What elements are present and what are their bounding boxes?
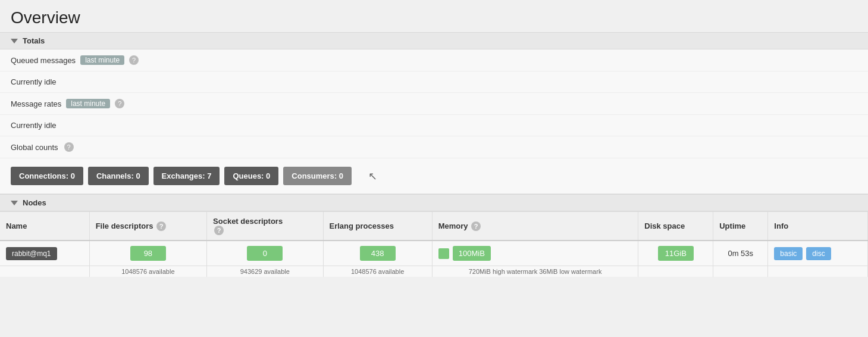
erlang-processes-value: 438 xyxy=(360,246,396,261)
info-badge-disc[interactable]: disc xyxy=(806,247,831,260)
counts-row: Connections: 0 Channels: 0 Exchanges: 7 … xyxy=(0,158,868,194)
nodes-section-header[interactable]: Nodes xyxy=(0,194,868,211)
totals-section-header[interactable]: Totals xyxy=(0,32,868,49)
file-descriptors-help[interactable]: ? xyxy=(156,221,166,231)
socket-descriptors-help[interactable]: ? xyxy=(214,226,224,235)
page-wrapper: Overview Totals Queued messages last min… xyxy=(0,0,868,337)
file-descriptors-value: 98 xyxy=(130,246,166,261)
exchanges-badge[interactable]: Exchanges: 7 xyxy=(153,167,220,185)
nodes-section: Name File descriptors ? Socket descripto… xyxy=(0,211,868,277)
consumers-badge[interactable]: Consumers: 0 xyxy=(283,167,352,185)
queues-badge[interactable]: Queues: 0 xyxy=(224,167,278,185)
erlang-processes-cell: 438 xyxy=(323,241,432,266)
queued-messages-help[interactable]: ? xyxy=(129,55,139,65)
sub-memory: 720MiB high watermark 36MiB low watermar… xyxy=(432,266,638,277)
queued-idle-row: Currently idle xyxy=(0,71,868,93)
global-counts-label: Global counts xyxy=(11,143,58,152)
memory-value: 100MiB xyxy=(453,246,491,261)
disk-space-cell: 11GiB xyxy=(638,241,713,266)
nodes-collapse-icon[interactable] xyxy=(11,201,18,205)
queued-messages-label: Queued messages xyxy=(11,56,76,65)
sub-file-descriptors: 1048576 available xyxy=(89,266,206,277)
global-counts-help[interactable]: ? xyxy=(64,142,74,152)
col-disk-space: Disk space xyxy=(638,212,713,241)
queued-messages-row: Queued messages last minute ? xyxy=(0,49,868,71)
table-sub-row: 1048576 available 943629 available 10485… xyxy=(0,266,868,277)
node-name-badge[interactable]: rabbit@mq1 xyxy=(6,247,57,260)
socket-descriptors-cell: 0 xyxy=(207,241,323,266)
nodes-section-label: Nodes xyxy=(23,198,46,207)
col-name: Name xyxy=(0,212,89,241)
totals-body: Queued messages last minute ? Currently … xyxy=(0,49,868,158)
col-memory: Memory ? xyxy=(432,212,638,241)
col-erlang-processes: Erlang processes xyxy=(323,212,432,241)
global-counts-row: Global counts ? xyxy=(0,136,868,158)
nodes-table-header-row: Name File descriptors ? Socket descripto… xyxy=(0,212,868,241)
totals-section-label: Totals xyxy=(23,36,45,45)
nodes-table: Name File descriptors ? Socket descripto… xyxy=(0,211,868,277)
file-descriptors-cell: 98 xyxy=(89,241,206,266)
col-info: Info xyxy=(768,212,868,241)
queued-messages-pill[interactable]: last minute xyxy=(80,55,124,65)
page-title: Overview xyxy=(0,0,868,32)
sub-erlang-processes: 1048576 available xyxy=(323,266,432,277)
col-uptime: Uptime xyxy=(713,212,768,241)
col-socket-descriptors: Socket descriptors ? xyxy=(207,212,323,241)
sub-name-cell xyxy=(0,266,89,277)
message-rates-pill[interactable]: last minute xyxy=(66,99,110,108)
col-file-descriptors: File descriptors ? xyxy=(89,212,206,241)
info-cell: basic disc xyxy=(768,241,868,266)
cursor-area: ↖ xyxy=(368,170,377,183)
node-name-cell: rabbit@mq1 xyxy=(0,241,89,266)
disk-space-value: 11GiB xyxy=(658,246,694,261)
sub-info xyxy=(768,266,868,277)
sub-uptime xyxy=(713,266,768,277)
memory-cell: 100MiB xyxy=(432,241,638,266)
table-row: rabbit@mq1 98 0 438 100MiB xyxy=(0,241,868,266)
connections-badge[interactable]: Connections: 0 xyxy=(11,167,83,185)
message-rates-label: Message rates xyxy=(11,99,61,108)
sub-socket-descriptors: 943629 available xyxy=(207,266,323,277)
memory-help[interactable]: ? xyxy=(471,221,481,231)
info-badge-basic[interactable]: basic xyxy=(774,247,803,260)
memory-indicator xyxy=(438,248,449,259)
sub-disk-space xyxy=(638,266,713,277)
message-rates-idle-label: Currently idle xyxy=(11,121,57,130)
queued-idle-label: Currently idle xyxy=(11,77,57,86)
message-rates-row: Message rates last minute ? xyxy=(0,93,868,115)
uptime-value: 0m 53s xyxy=(728,249,753,258)
uptime-cell: 0m 53s xyxy=(713,241,768,266)
socket-descriptors-value: 0 xyxy=(247,246,283,261)
message-rates-help[interactable]: ? xyxy=(115,99,124,108)
channels-badge[interactable]: Channels: 0 xyxy=(88,167,149,185)
totals-collapse-icon[interactable] xyxy=(11,39,18,43)
message-rates-idle-row: Currently idle xyxy=(0,115,868,136)
